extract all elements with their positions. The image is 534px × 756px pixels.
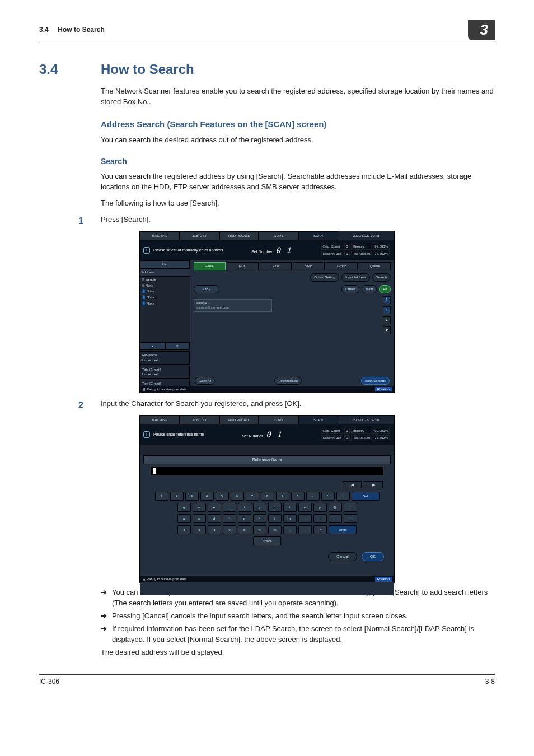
- key-b[interactable]: b: [238, 525, 251, 534]
- filter-main[interactable]: Main: [362, 285, 377, 293]
- key-g[interactable]: g: [238, 514, 251, 523]
- register-edit-button[interactable]: Register/Edit: [274, 377, 301, 385]
- key-shift[interactable]: Shift: [329, 525, 357, 534]
- scroll-down-button[interactable]: ▼: [383, 326, 391, 334]
- key-0[interactable]: 0: [291, 492, 305, 501]
- key--[interactable]: -: [306, 492, 320, 501]
- dest-hdd[interactable]: HDD: [227, 262, 259, 270]
- tab-copy[interactable]: COPY: [259, 231, 298, 240]
- tab-hddrecall[interactable]: HDD RECALL: [219, 231, 259, 240]
- dest-email[interactable]: E-mail: [194, 262, 226, 270]
- scroll-up-button[interactable]: ▲: [383, 316, 391, 324]
- key-l[interactable]: l: [298, 514, 312, 523]
- key-y[interactable]: y: [253, 503, 266, 512]
- key-8[interactable]: 8: [261, 492, 274, 501]
- key-j[interactable]: j: [268, 514, 282, 523]
- key-o[interactable]: o: [298, 503, 312, 512]
- dest-queue[interactable]: Queue: [359, 262, 391, 270]
- key-z[interactable]: z: [177, 525, 191, 534]
- key-7[interactable]: 7: [246, 492, 259, 501]
- sc1-tabbar: MACHINE JOB LIST HDD RECALL COPY SCAN 20…: [140, 231, 394, 240]
- tab2-scan[interactable]: SCAN: [298, 416, 338, 424]
- key-r[interactable]: r: [223, 503, 236, 512]
- key-\[interactable]: \: [336, 492, 350, 501]
- status-grid: Orig. Count 0 Memory 99.000% Reserve Job…: [320, 242, 391, 258]
- sc2-tabbar: MACHINE JOB LIST HDD RECALL COPY SCAN 20…: [140, 416, 394, 424]
- header-left: 3.4 How to Search: [39, 25, 105, 35]
- file-name-box[interactable]: File Name Undecided: [140, 351, 190, 364]
- key-,[interactable]: ,: [283, 525, 297, 534]
- tab-scan[interactable]: SCAN: [298, 231, 338, 240]
- key-p[interactable]: p: [313, 503, 327, 512]
- cursor-right-button[interactable]: ▶: [364, 481, 383, 488]
- key-del[interactable]: Del: [352, 492, 380, 501]
- filter-all[interactable]: All: [379, 285, 391, 293]
- title-box[interactable]: Title (E-mail) Undecided: [140, 366, 190, 379]
- key-^[interactable]: ^: [321, 492, 335, 501]
- cursor-left-button[interactable]: ◀: [343, 481, 362, 488]
- key-9[interactable]: 9: [276, 492, 289, 501]
- tab2-joblist[interactable]: JOB LIST: [180, 416, 219, 424]
- reference-name-input[interactable]: [150, 466, 384, 475]
- key-.[interactable]: .: [298, 525, 312, 534]
- key-s[interactable]: s: [193, 514, 206, 523]
- key-:[interactable]: :: [329, 514, 342, 523]
- list-header[interactable]: List: [140, 260, 190, 269]
- key-@[interactable]: @: [329, 503, 342, 512]
- key-4[interactable]: 4: [200, 492, 214, 501]
- result-scroll: 1 1 ▲ ▼: [383, 296, 391, 334]
- rotation-indicator-2: Rotation: [375, 577, 392, 582]
- filter-others[interactable]: Others: [341, 285, 359, 293]
- ok-button[interactable]: OK: [362, 552, 384, 561]
- key-3[interactable]: 3: [185, 492, 199, 501]
- tab-machine[interactable]: MACHINE: [140, 231, 180, 240]
- result-entry[interactable]: sample sample@sample.com: [194, 299, 272, 312]
- key-1[interactable]: 1: [155, 492, 168, 501]
- scan-settings-button[interactable]: Scan Settings: [361, 377, 390, 385]
- key-w[interactable]: w: [193, 503, 206, 512]
- tab2-copy[interactable]: COPY: [259, 416, 298, 424]
- key-t[interactable]: t: [238, 503, 251, 512]
- tab2-hddrecall[interactable]: HDD RECALL: [219, 416, 259, 424]
- key-[[interactable]: [: [344, 503, 357, 512]
- set-number-value-2: 0 1: [266, 430, 282, 439]
- key-e[interactable]: e: [208, 503, 221, 512]
- file-name-value: Undecided: [142, 358, 188, 363]
- key-5[interactable]: 5: [216, 492, 229, 501]
- option-setting-button[interactable]: Option Setting: [310, 273, 339, 282]
- dest-ftp[interactable]: FTP: [260, 262, 292, 270]
- key-q[interactable]: q: [177, 503, 191, 512]
- none-2: 👤 None: [140, 288, 190, 295]
- tab2-machine[interactable]: MACHINE: [140, 416, 180, 424]
- dest-group[interactable]: Group: [326, 262, 358, 270]
- filter-atoz[interactable]: A to Z: [194, 285, 219, 293]
- key-v[interactable]: v: [223, 525, 236, 534]
- key-][interactable]: ]: [344, 514, 357, 523]
- tab-joblist[interactable]: JOB LIST: [180, 231, 219, 240]
- key-2[interactable]: 2: [170, 492, 184, 501]
- key-;[interactable]: ;: [313, 514, 327, 523]
- key-i[interactable]: i: [283, 503, 297, 512]
- cancel-button[interactable]: Cancel: [328, 552, 357, 561]
- key-k[interactable]: k: [283, 514, 297, 523]
- key-c[interactable]: c: [208, 525, 221, 534]
- key-space[interactable]: Space: [253, 536, 281, 545]
- dest-smb[interactable]: SMB: [293, 262, 325, 270]
- key-n[interactable]: n: [253, 525, 266, 534]
- sc1-infobar: i Please select or manually enter addres…: [140, 240, 394, 260]
- key-a[interactable]: a: [177, 514, 191, 523]
- key-/[interactable]: /: [313, 525, 327, 534]
- address-item[interactable]: ✉ sample: [140, 277, 190, 283]
- input-address-button[interactable]: Input Address: [341, 273, 370, 282]
- scroll-up-icon[interactable]: ▲: [140, 342, 165, 351]
- key-h[interactable]: h: [253, 514, 266, 523]
- key-d[interactable]: d: [208, 514, 221, 523]
- scroll-down-icon[interactable]: ▼: [165, 342, 190, 351]
- search-button[interactable]: Search: [372, 273, 391, 282]
- key-x[interactable]: x: [193, 525, 206, 534]
- clear-all-button[interactable]: Clear All: [195, 377, 215, 385]
- key-f[interactable]: f: [223, 514, 236, 523]
- key-6[interactable]: 6: [231, 492, 244, 501]
- key-u[interactable]: u: [268, 503, 282, 512]
- key-m[interactable]: m: [268, 525, 282, 534]
